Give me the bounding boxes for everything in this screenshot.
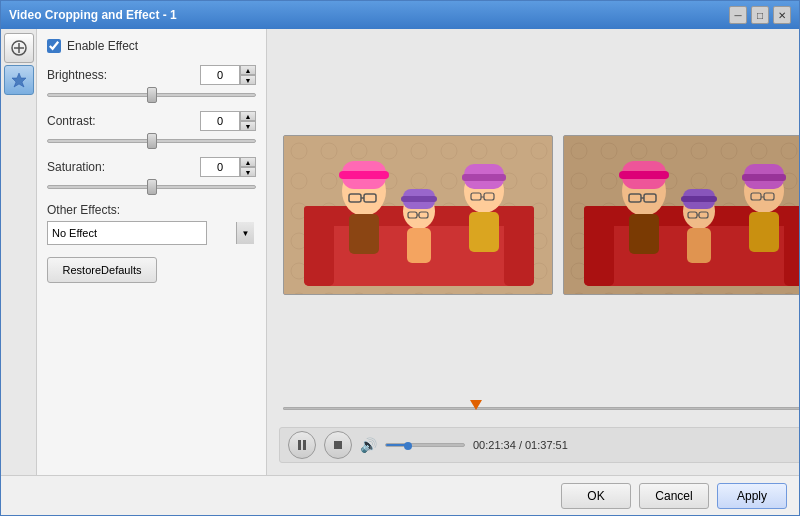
enable-effect-checkbox[interactable]: [47, 39, 61, 53]
saturation-input[interactable]: 0: [200, 157, 240, 177]
saturation-slider-container: [47, 179, 256, 195]
svg-rect-58: [298, 440, 301, 450]
volume-track[interactable]: [385, 443, 465, 447]
other-effects-dropdown-container: No Effect Gray Invert Emboss Edge Noise …: [47, 221, 256, 245]
title-bar: Video Cropping and Effect - 1 ─ □ ✕: [1, 1, 799, 29]
brightness-up-button[interactable]: ▲: [240, 65, 256, 75]
saturation-slider[interactable]: [47, 185, 256, 189]
svg-rect-43: [629, 214, 659, 254]
contrast-slider[interactable]: [47, 139, 256, 143]
close-button[interactable]: ✕: [773, 6, 791, 24]
main-content: Enable Effect Brightness: 0 ▲ ▼: [1, 29, 799, 475]
contrast-label: Contrast:: [47, 114, 96, 128]
contrast-up-button[interactable]: ▲: [240, 111, 256, 121]
cancel-button[interactable]: Cancel: [639, 483, 709, 509]
total-time: 01:37:51: [525, 439, 568, 451]
window-controls: ─ □ ✕: [729, 6, 791, 24]
timeline-marker: [470, 400, 482, 410]
pause-button[interactable]: [288, 431, 316, 459]
original-preview-image: [284, 136, 553, 295]
window-title: Video Cropping and Effect - 1: [9, 8, 177, 22]
svg-rect-57: [687, 228, 711, 263]
brightness-label: Brightness:: [47, 68, 107, 82]
contrast-control: Contrast: 0 ▲ ▼: [47, 111, 256, 149]
brightness-spinbox: 0 ▲ ▼: [200, 65, 256, 85]
svg-rect-29: [407, 228, 431, 263]
other-effects-dropdown[interactable]: No Effect Gray Invert Emboss Edge Noise: [47, 221, 207, 245]
svg-rect-52: [742, 174, 786, 181]
bottom-bar: OK Cancel Apply: [1, 475, 799, 515]
main-window: Video Cropping and Effect - 1 ─ □ ✕: [0, 0, 800, 516]
contrast-spinbox: 0 ▲ ▼: [200, 111, 256, 131]
svg-marker-1: [12, 73, 26, 87]
svg-rect-59: [303, 440, 306, 450]
time-display: 00:21:34 / 01:37:51: [473, 439, 568, 451]
svg-rect-46: [681, 196, 717, 202]
stop-icon: [333, 440, 343, 450]
saturation-control: Saturation: 0 ▲ ▼: [47, 157, 256, 195]
right-panel: 🔊 00:21:34 / 01:37:51: [267, 29, 799, 475]
svg-rect-18: [401, 196, 437, 202]
svg-rect-39: [619, 171, 669, 179]
dropdown-wrapper: No Effect Gray Invert Emboss Edge Noise …: [47, 221, 256, 245]
restore-defaults-button[interactable]: RestoreDefaults: [47, 257, 157, 283]
ok-button[interactable]: OK: [561, 483, 631, 509]
svg-rect-56: [749, 212, 779, 252]
preview-area: [275, 37, 799, 393]
maximize-button[interactable]: □: [751, 6, 769, 24]
volume-thumb: [404, 442, 412, 450]
timeline-area[interactable]: [275, 393, 799, 423]
player-controls: 🔊 00:21:34 / 01:37:51: [279, 427, 799, 463]
enable-effect-row: Enable Effect: [47, 39, 256, 53]
original-preview: [283, 135, 553, 295]
time-separator: /: [516, 439, 525, 451]
brightness-slider-container: [47, 87, 256, 103]
timeline-track[interactable]: [283, 407, 799, 410]
crop-tool-icon[interactable]: [4, 33, 34, 63]
brightness-control: Brightness: 0 ▲ ▼: [47, 65, 256, 103]
brightness-input[interactable]: 0: [200, 65, 240, 85]
pause-icon: [297, 439, 307, 451]
brightness-slider[interactable]: [47, 93, 256, 97]
enable-effect-label: Enable Effect: [67, 39, 138, 53]
brightness-down-button[interactable]: ▼: [240, 75, 256, 85]
stop-button[interactable]: [324, 431, 352, 459]
saturation-up-button[interactable]: ▲: [240, 157, 256, 167]
contrast-slider-container: [47, 133, 256, 149]
svg-rect-60: [334, 441, 342, 449]
contrast-down-button[interactable]: ▼: [240, 121, 256, 131]
effect-preview-image: [564, 136, 799, 295]
effect-preview: [563, 135, 799, 295]
minimize-button[interactable]: ─: [729, 6, 747, 24]
svg-rect-28: [469, 212, 499, 252]
contrast-input[interactable]: 0: [200, 111, 240, 131]
saturation-down-button[interactable]: ▼: [240, 167, 256, 177]
svg-rect-11: [339, 171, 389, 179]
svg-rect-24: [462, 174, 506, 181]
svg-rect-15: [349, 214, 379, 254]
saturation-spinbox: 0 ▲ ▼: [200, 157, 256, 177]
other-effects-label: Other Effects:: [47, 203, 120, 217]
apply-button[interactable]: Apply: [717, 483, 787, 509]
dropdown-arrow-icon: ▼: [236, 222, 254, 244]
current-time: 00:21:34: [473, 439, 516, 451]
volume-icon[interactable]: 🔊: [360, 437, 377, 453]
sidebar-icons: [1, 29, 37, 475]
saturation-label: Saturation:: [47, 160, 105, 174]
left-panel: Enable Effect Brightness: 0 ▲ ▼: [37, 29, 267, 475]
other-effects-section: Other Effects: No Effect Gray Invert Emb…: [47, 203, 256, 245]
effect-tool-icon[interactable]: [4, 65, 34, 95]
